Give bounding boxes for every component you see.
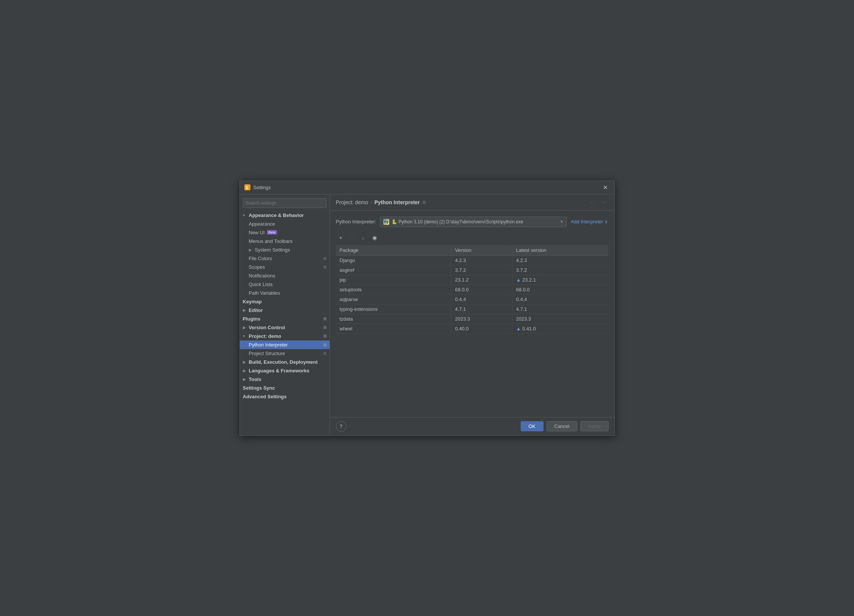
help-button[interactable]: ? (336, 421, 346, 432)
search-box[interactable] (243, 198, 326, 208)
sidebar: ▾ Appearance & Behavior Appearance New U… (240, 194, 330, 435)
settings-icon-7: ⊞ (323, 351, 326, 356)
sidebar-item-quick-lists[interactable]: Quick Lists (240, 280, 329, 289)
window-title: Settings (253, 185, 601, 190)
sidebar-item-system-settings[interactable]: ▶ System Settings (240, 245, 329, 254)
package-version: 4.7.1 (451, 304, 512, 314)
package-version: 0.40.0 (451, 323, 512, 333)
package-version: 4.2.3 (451, 255, 512, 265)
bottom-bar: ? OK Cancel Apply (330, 417, 615, 435)
package-version: 3.7.2 (451, 265, 512, 275)
settings-icon: ⊞ (323, 256, 326, 261)
breadcrumb-bar: Project: demo › Python Interpreter ⊞ ← → (330, 194, 615, 210)
add-package-button[interactable]: + (336, 233, 346, 242)
beta-badge: Beta (267, 230, 277, 235)
sidebar-item-path-variables[interactable]: Path Variables (240, 289, 329, 297)
svg-text:S: S (246, 185, 248, 190)
package-latest: 68.0.0 (512, 285, 608, 294)
package-name: sqlparse (336, 294, 451, 304)
table-row[interactable]: typing-extensions4.7.14.7.1 (336, 304, 608, 314)
table-header-row: Package Version Latest version (336, 245, 608, 256)
settings-icon-5: ⊞ (323, 334, 326, 338)
col-package: Package (336, 245, 451, 256)
package-name: typing-extensions (336, 304, 451, 314)
back-button[interactable]: ← (588, 198, 597, 206)
chevron-right-icon-tools: ▶ (243, 377, 247, 381)
upgrade-package-button[interactable]: ▲ (358, 233, 368, 242)
forward-button[interactable]: → (599, 198, 608, 206)
chevron-right-icon-lang: ▶ (243, 369, 247, 373)
sidebar-item-advanced-settings[interactable]: Advanced Settings (240, 392, 329, 401)
package-version: 2023.3 (451, 314, 512, 323)
col-latest: Latest version (512, 245, 608, 256)
table-row[interactable]: pip23.1.2▲ 23.2.1 (336, 275, 608, 285)
nav-icons: ← → (588, 198, 608, 206)
package-name: setuptools (336, 285, 451, 294)
sidebar-item-notifications[interactable]: Notifications (240, 271, 329, 280)
package-latest: 3.7.2 (512, 265, 608, 275)
chevron-right-icon-vc: ▶ (243, 325, 247, 329)
sidebar-item-version-control[interactable]: ▶ Version Control ⊞ (240, 323, 329, 332)
table-row[interactable]: setuptools68.0.068.0.0 (336, 285, 608, 294)
interpreter-label: Python Interpreter: (336, 219, 377, 224)
show-details-button[interactable]: ◉ (370, 233, 380, 242)
sidebar-item-project-structure[interactable]: Project Structure ⊞ (240, 349, 329, 358)
search-input[interactable] (246, 200, 324, 206)
settings-dialog: S Settings ✕ ▾ Appearance & Behavior App… (239, 181, 615, 436)
title-bar: S Settings ✕ (240, 181, 615, 194)
sidebar-item-project-demo[interactable]: ▾ Project: demo ⊞ (240, 332, 329, 340)
table-row[interactable]: Django4.2.34.2.3 (336, 255, 608, 265)
sidebar-item-keymap[interactable]: Keymap (240, 297, 329, 306)
cancel-button[interactable]: Cancel (547, 421, 577, 431)
package-latest: ▲ 23.2.1 (512, 275, 608, 285)
sidebar-item-languages-frameworks[interactable]: ▶ Languages & Frameworks (240, 366, 329, 375)
sidebar-item-new-ui[interactable]: New UI Beta (240, 228, 329, 237)
sidebar-item-python-interpreter[interactable]: Python Interpreter ⊞ (240, 340, 329, 349)
sidebar-item-tools[interactable]: ▶ Tools (240, 375, 329, 384)
remove-package-button[interactable]: − (347, 233, 357, 242)
sidebar-item-appearance-behavior[interactable]: ▾ Appearance & Behavior (240, 211, 329, 220)
packages-table: Package Version Latest version Django4.2… (336, 245, 608, 334)
chevron-right-icon-editor: ▶ (243, 308, 247, 312)
package-name: Django (336, 255, 451, 265)
package-latest: 0.4.4 (512, 294, 608, 304)
sidebar-item-file-colors[interactable]: File Colors ⊞ (240, 254, 329, 263)
package-version: 0.4.4 (451, 294, 512, 304)
sidebar-item-editor[interactable]: ▶ Editor (240, 306, 329, 314)
interpreter-dropdown-text: 🐍 Python 3.10 (demo) (2) D:\day7\demo\ve… (392, 219, 557, 224)
package-latest: 4.7.1 (512, 304, 608, 314)
package-version: 23.1.2 (451, 275, 512, 285)
table-row[interactable]: asgiref3.7.23.7.2 (336, 265, 608, 275)
package-latest: 2023.3 (512, 314, 608, 323)
package-name: tzdata (336, 314, 451, 323)
breadcrumb-separator: › (371, 199, 372, 205)
app-icon: S (244, 184, 250, 190)
ok-button[interactable]: OK (521, 421, 544, 431)
apply-button[interactable]: Apply (580, 421, 608, 431)
sidebar-item-appearance[interactable]: Appearance (240, 220, 329, 228)
chevron-down-icon-project: ▾ (243, 334, 247, 338)
dropdown-arrow-icon: ▼ (560, 220, 563, 224)
interpreter-dropdown[interactable]: Py 🐍 Python 3.10 (demo) (2) D:\day7\demo… (380, 217, 567, 227)
package-latest: 4.2.3 (512, 255, 608, 265)
sidebar-item-menus-toolbars[interactable]: Menus and Toolbars (240, 237, 329, 245)
table-row[interactable]: tzdata2023.32023.3 (336, 314, 608, 323)
settings-icon-3: ⊞ (323, 316, 326, 321)
breadcrumb-project: Project: demo (336, 199, 368, 205)
settings-icon-4: ⊞ (323, 325, 326, 330)
package-name: wheel (336, 323, 451, 333)
table-row[interactable]: wheel0.40.0▲ 0.41.0 (336, 323, 608, 333)
table-row[interactable]: sqlparse0.4.40.4.4 (336, 294, 608, 304)
breadcrumb-settings-icon: ⊞ (422, 200, 426, 205)
sidebar-item-scopes[interactable]: Scopes ⊞ (240, 263, 329, 271)
content-area: Python Interpreter: Py 🐍 Python 3.10 (de… (330, 210, 615, 417)
python-icon: Py (383, 219, 389, 225)
interpreter-row: Python Interpreter: Py 🐍 Python 3.10 (de… (336, 217, 608, 227)
sidebar-item-plugins[interactable]: Plugins ⊞ (240, 314, 329, 323)
col-version: Version (451, 245, 512, 256)
add-interpreter-button[interactable]: Add Interpreter ∨ (570, 219, 608, 224)
sidebar-item-settings-sync[interactable]: Settings Sync (240, 384, 329, 392)
package-version: 68.0.0 (451, 285, 512, 294)
close-button[interactable]: ✕ (601, 183, 610, 192)
sidebar-item-build-execution[interactable]: ▶ Build, Execution, Deployment (240, 358, 329, 366)
